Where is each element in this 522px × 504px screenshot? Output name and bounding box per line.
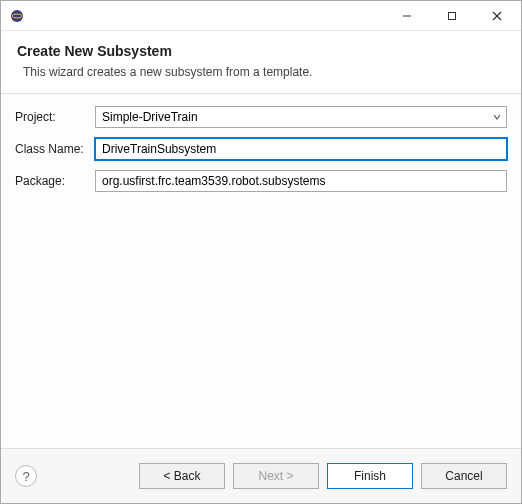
project-label: Project: (15, 110, 95, 124)
classname-input[interactable] (95, 138, 507, 160)
package-input[interactable] (95, 170, 507, 192)
close-button[interactable] (474, 1, 519, 30)
svg-point-0 (11, 10, 23, 22)
package-row: Package: (15, 170, 507, 192)
window-controls (384, 1, 519, 30)
form-area: Project: Simple-DriveTrain Class Name: P… (1, 94, 521, 449)
back-button[interactable]: < Back (139, 463, 225, 489)
eclipse-icon (9, 8, 25, 24)
wizard-description: This wizard creates a new subsystem from… (17, 65, 505, 79)
titlebar (1, 1, 521, 31)
cancel-button[interactable]: Cancel (421, 463, 507, 489)
project-combo-wrap: Simple-DriveTrain (95, 106, 507, 128)
help-button[interactable]: ? (15, 465, 37, 487)
minimize-button[interactable] (384, 1, 429, 30)
project-select[interactable]: Simple-DriveTrain (95, 106, 507, 128)
help-icon: ? (22, 469, 29, 484)
maximize-button[interactable] (429, 1, 474, 30)
finish-button[interactable]: Finish (327, 463, 413, 489)
classname-row: Class Name: (15, 138, 507, 160)
classname-label: Class Name: (15, 142, 95, 156)
package-label: Package: (15, 174, 95, 188)
svg-rect-3 (448, 12, 455, 19)
project-row: Project: Simple-DriveTrain (15, 106, 507, 128)
wizard-title: Create New Subsystem (17, 43, 505, 59)
next-button[interactable]: Next > (233, 463, 319, 489)
dialog-window: Create New Subsystem This wizard creates… (0, 0, 522, 504)
button-bar: ? < Back Next > Finish Cancel (1, 449, 521, 503)
wizard-header: Create New Subsystem This wizard creates… (1, 31, 521, 94)
